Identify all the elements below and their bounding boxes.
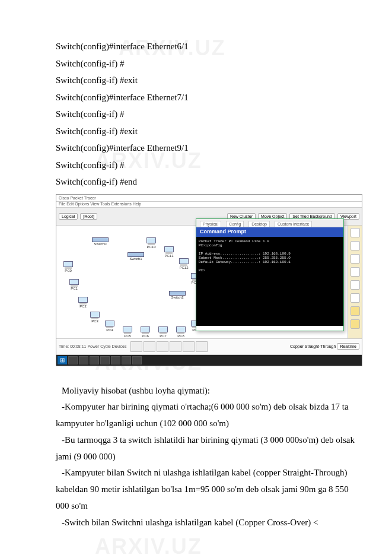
pc-device[interactable]: PC4 [104,321,116,331]
paragraph: -Switch bilan Switchni ulashga ishlatilg… [56,515,362,531]
device-tabs: Physical Config Desktop Custom Interface [196,219,343,227]
taskbar-icon[interactable] [68,356,78,364]
device-palette: Time: 00:08:11 Power Cycle Devices Coppe… [56,339,362,355]
body-text: Moliyaviy hisobat (ushbu loyha qiymati):… [56,383,362,531]
logical-button[interactable]: Logical [59,213,78,220]
pc-device[interactable]: PC12 [178,258,190,269]
command-prompt-title: Command Prompt [196,227,343,237]
tab-custom[interactable]: Custom Interface [275,221,312,227]
pc-device[interactable]: PC3 [89,312,101,322]
config-line: Switch(config-if) #exit [56,123,362,140]
paragraph: -Kampyuter bilan Switch ni ulashga ishla… [56,465,362,514]
delete-tool-icon[interactable] [350,267,360,277]
device-label: PC6 [139,334,151,338]
config-line: Switch(config-if) #end [56,173,362,191]
device-label: PC2 [77,305,89,308]
pc-device[interactable]: PC6 [139,326,151,337]
taskbar-icon[interactable] [132,356,142,364]
command-prompt-body[interactable]: Packet Tracer PC Command Line 1.0 PC>ipc… [196,237,343,326]
device-label: PC4 [104,328,116,332]
connection-icon[interactable] [183,341,195,352]
config-line: Switch(config-if) # [56,157,362,174]
taskbar-icon[interactable] [100,356,110,364]
tab-config[interactable]: Config [226,221,244,227]
config-line: Switch(config-if) # [56,55,362,72]
device-label: PC5 [122,334,133,338]
end-device-icon[interactable] [196,341,208,352]
switch-device[interactable]: Switch1 [128,252,144,261]
config-line: Switch(config)#interface Ethernet9/1 [56,139,362,157]
document-page: Switch(config)#interface Ethernet6/1 Swi… [0,0,392,548]
tool-sidebar [348,226,362,338]
device-label: Switch1 [128,257,144,261]
pc-device[interactable]: PC5 [122,326,133,337]
device-label: PC7 [157,334,169,338]
wireless-icon[interactable] [170,341,181,352]
paragraph: -Bu tarmoqga 3 ta switch ishlatildi har … [56,432,362,465]
device-label: Switch0 [92,242,109,246]
zoom-tool-icon[interactable] [350,293,360,303]
device-label: PC10 [145,245,157,249]
device-label: PC8 [175,334,187,338]
start-button[interactable]: ⊞ [58,356,67,364]
pc-device[interactable]: PC11 [163,246,175,257]
config-block: Switch(config)#interface Ethernet6/1 Swi… [56,38,362,191]
hub-icon[interactable] [157,341,168,352]
taskbar-icon[interactable] [122,356,131,364]
config-line: Switch(config)#interface Ethernet6/1 [56,38,362,55]
pc-device[interactable]: PC0 [62,261,74,272]
pdu-complex-tool-icon[interactable] [350,319,360,329]
switch-icon[interactable] [144,341,155,352]
taskbar-icon[interactable] [90,356,99,364]
switch-device[interactable]: Switch2 [169,291,186,299]
config-line: Switch(config)#interface Ethernet7/1 [56,89,362,106]
time-label: Time: 00:08:11 Power Cycle Devices [59,344,127,348]
device-label: Switch2 [169,296,186,299]
cable-hint: Copper Straight-Through [290,344,336,348]
pc-device[interactable]: PC7 [157,326,169,337]
select-tool-icon[interactable] [350,228,360,237]
paragraph: Moliyaviy hisobat (ushbu loyha qiymati): [56,383,362,399]
command-prompt-window[interactable]: Physical Config Desktop Custom Interface… [196,218,344,331]
config-line: Switch(config-if) #exit [56,72,362,89]
tab-desktop[interactable]: Desktop [248,221,270,227]
pc-device[interactable]: PC2 [77,297,89,307]
inspect-tool-icon[interactable] [350,280,360,290]
pc-device[interactable]: PC1 [68,279,80,290]
device-label: PC11 [163,254,175,258]
switch-device[interactable]: Switch0 [92,237,109,246]
bottom-panel: Time: 00:08:11 Power Cycle Devices Coppe… [56,338,362,366]
realtime-button[interactable]: Realtime [337,343,359,350]
paragraph: -Kompyuter har birining qiymati o'rtacha… [56,399,362,432]
taskbar-icon[interactable] [111,356,120,364]
move-tool-icon[interactable] [350,241,360,250]
router-icon[interactable] [130,341,142,352]
packet-tracer-screenshot: Cisco Packet Tracer File Edit Options Vi… [56,194,362,366]
config-line: Switch(config-if) # [56,106,362,123]
pc-device[interactable]: PC10 [145,237,157,248]
device-label: PC1 [68,287,80,290]
taskbar-icon[interactable] [79,356,88,364]
pc-device[interactable]: PC8 [175,326,187,337]
device-label: PC0 [62,269,74,272]
app-title: Cisco Packet Tracer [59,196,96,200]
device-label: PC12 [178,266,190,269]
root-button[interactable]: [Root] [80,213,97,220]
device-label: PC3 [89,319,101,323]
note-tool-icon[interactable] [350,254,360,264]
app-titlebar: Cisco Packet Tracer [56,195,362,202]
windows-taskbar: ⊞ [56,355,362,366]
tab-physical[interactable]: Physical [200,221,221,227]
pdu-tool-icon[interactable] [350,306,360,316]
app-menubar: File Edit Options View Tools Extensions … [56,202,362,208]
